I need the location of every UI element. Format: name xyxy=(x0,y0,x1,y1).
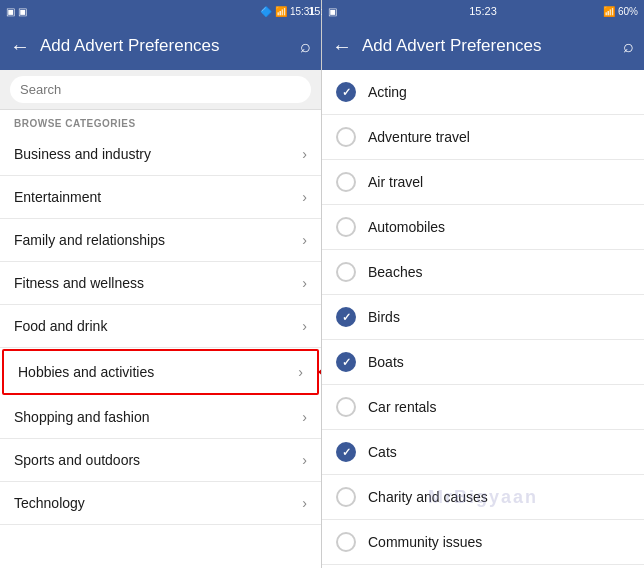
radio-car-rentals[interactable] xyxy=(336,397,356,417)
right-page-title: Add Advert Preferences xyxy=(362,36,613,56)
right-time: 15:23 xyxy=(469,5,497,17)
radio-acting[interactable] xyxy=(336,82,356,102)
category-label-family: Family and relationships xyxy=(14,232,165,248)
pref-item-automobiles[interactable]: Automobiles xyxy=(322,205,644,250)
right-notification-icon: ▣ xyxy=(328,6,337,17)
left-search-icon[interactable]: ⌕ xyxy=(300,36,311,57)
pref-label-acting: Acting xyxy=(368,84,407,100)
chevron-icon-fitness: › xyxy=(302,275,307,291)
pref-label-air: Air travel xyxy=(368,174,423,190)
left-top-bar: ← Add Advert Preferences ⌕ xyxy=(0,22,321,70)
category-label-food: Food and drink xyxy=(14,318,107,334)
radio-adventure[interactable] xyxy=(336,127,356,147)
left-bt-icon: 🔷 xyxy=(260,6,272,17)
right-wifi-icon: 📶 xyxy=(603,6,615,17)
category-item-fitness[interactable]: Fitness and wellness › xyxy=(0,262,321,305)
pref-label-boats: Boats xyxy=(368,354,404,370)
category-item-shopping[interactable]: Shopping and fashion › xyxy=(0,396,321,439)
right-back-button[interactable]: ← xyxy=(332,35,352,58)
preferences-list: Acting Adventure travel Air travel Autom… xyxy=(322,70,644,568)
chevron-icon-family: › xyxy=(302,232,307,248)
radio-cats[interactable] xyxy=(336,442,356,462)
radio-beaches[interactable] xyxy=(336,262,356,282)
radio-charity[interactable] xyxy=(336,487,356,507)
pref-item-air[interactable]: Air travel xyxy=(322,160,644,205)
right-search-icon[interactable]: ⌕ xyxy=(623,36,634,57)
chevron-icon-hobbies: › xyxy=(298,364,303,380)
radio-boats[interactable] xyxy=(336,352,356,372)
radio-birds[interactable] xyxy=(336,307,356,327)
left-status-left: ▣ ▣ xyxy=(6,6,27,17)
browse-categories-label: BROWSE CATEGORIES xyxy=(0,110,321,133)
pref-item-charity[interactable]: Charity and causes xyxy=(322,475,644,520)
right-top-bar: ← Add Advert Preferences ⌕ xyxy=(322,22,644,70)
category-label-technology: Technology xyxy=(14,495,85,511)
category-label-entertainment: Entertainment xyxy=(14,189,101,205)
pref-item-cats[interactable]: Cats xyxy=(322,430,644,475)
pref-label-automobiles: Automobiles xyxy=(368,219,445,235)
pref-item-beaches[interactable]: Beaches xyxy=(322,250,644,295)
pref-item-birds[interactable]: Birds xyxy=(322,295,644,340)
radio-air[interactable] xyxy=(336,172,356,192)
right-status-right: 📶 60% xyxy=(603,6,638,17)
category-item-hobbies[interactable]: Hobbies and activities › xyxy=(2,349,319,395)
right-panel: ▣ 15:23 📶 60% ← Add Advert Preferences ⌕… xyxy=(322,0,644,568)
chevron-icon-shopping: › xyxy=(302,409,307,425)
chevron-icon-food: › xyxy=(302,318,307,334)
category-item-sports[interactable]: Sports and outdoors › xyxy=(0,439,321,482)
radio-community[interactable] xyxy=(336,532,356,552)
pref-item-boats[interactable]: Boats xyxy=(322,340,644,385)
pref-item-adventure[interactable]: Adventure travel xyxy=(322,115,644,160)
pref-label-car-rentals: Car rentals xyxy=(368,399,436,415)
right-status-bar: ▣ 15:23 📶 60% xyxy=(322,0,644,22)
right-battery: 60% xyxy=(618,6,638,17)
right-status-left: ▣ xyxy=(328,6,337,17)
category-item-technology[interactable]: Technology › xyxy=(0,482,321,525)
category-label-sports: Sports and outdoors xyxy=(14,452,140,468)
pref-label-beaches: Beaches xyxy=(368,264,422,280)
pref-label-birds: Birds xyxy=(368,309,400,325)
left-search-input[interactable] xyxy=(10,76,311,103)
chevron-icon-sports: › xyxy=(302,452,307,468)
pref-item-community[interactable]: Community issues xyxy=(322,520,644,565)
left-panel: ▣ ▣ 🔷 📶 15:31 15:31 ← Add Advert Prefere… xyxy=(0,0,322,568)
category-label-hobbies: Hobbies and activities xyxy=(18,364,154,380)
pref-label-cats: Cats xyxy=(368,444,397,460)
category-list: Business and industry › Entertainment › … xyxy=(0,133,321,568)
chevron-icon-entertainment: › xyxy=(302,189,307,205)
left-notification-icons: ▣ ▣ xyxy=(6,6,27,17)
left-page-title: Add Advert Preferences xyxy=(40,36,290,56)
pref-item-acting[interactable]: Acting xyxy=(322,70,644,115)
pref-label-community: Community issues xyxy=(368,534,482,550)
left-search-bar xyxy=(0,70,321,110)
category-item-entertainment[interactable]: Entertainment › xyxy=(0,176,321,219)
chevron-icon-business: › xyxy=(302,146,307,162)
radio-automobiles[interactable] xyxy=(336,217,356,237)
category-item-business[interactable]: Business and industry › xyxy=(0,133,321,176)
category-label-shopping: Shopping and fashion xyxy=(14,409,149,425)
category-label-business: Business and industry xyxy=(14,146,151,162)
left-wifi-icon: 📶 xyxy=(275,6,287,17)
chevron-icon-technology: › xyxy=(302,495,307,511)
pref-item-car-rentals[interactable]: Car rentals xyxy=(322,385,644,430)
left-status-bar: ▣ ▣ 🔷 📶 15:31 15:31 xyxy=(0,0,321,22)
left-back-button[interactable]: ← xyxy=(10,35,30,58)
category-item-food[interactable]: Food and drink › xyxy=(0,305,321,348)
pref-label-charity: Charity and causes xyxy=(368,489,488,505)
left-status-right: 🔷 📶 15:31 xyxy=(260,6,315,17)
pref-label-adventure: Adventure travel xyxy=(368,129,470,145)
category-label-fitness: Fitness and wellness xyxy=(14,275,144,291)
category-item-family[interactable]: Family and relationships › xyxy=(0,219,321,262)
